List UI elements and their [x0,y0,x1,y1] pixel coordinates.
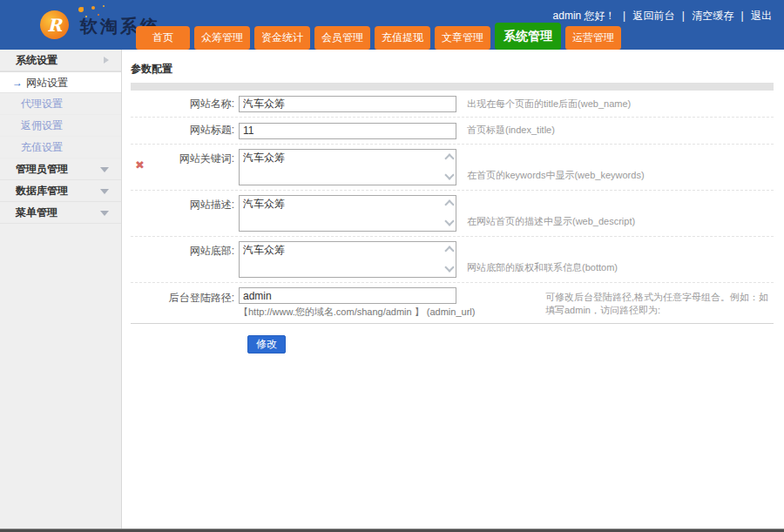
nav-tab-system[interactable]: 系统管理 [495,23,561,50]
nav-tab-members[interactable]: 会员管理 [314,26,370,50]
link-logout[interactable]: 退出 [751,10,772,22]
separator: | [623,10,625,22]
web-descript-textarea[interactable]: 汽车众筹 [239,195,456,232]
submit-row: 修改 [247,335,774,354]
bottom-bar [0,529,784,532]
field-label: 网站描述: [131,195,239,212]
chevron-down-icon [100,189,109,194]
main-nav: 首页 众筹管理 资金统计 会员管理 充值提现 文章管理 系统管理 运营管理 [136,23,621,50]
separator: | [741,10,744,22]
submit-button[interactable]: 修改 [247,335,286,354]
web-name-input[interactable] [239,96,456,112]
red-cross-icon: ✖ [135,158,145,172]
page: R 软淘系统 admin 您好！ | 返回前台 | 清空缓存 | 退出 首页 众… [0,0,784,532]
nav-tab-crowdfunding[interactable]: 众筹管理 [194,26,250,50]
nav-tab-articles[interactable]: 文章管理 [435,26,490,50]
sidebar-item-recharge-settings[interactable]: 充值设置 [0,137,121,158]
link-clear-cache[interactable]: 清空缓存 [692,10,733,22]
sidebar: 系统设置 →网站设置 代理设置 返佣设置 充值设置 管理员管理 数据库管理 菜单… [0,50,122,529]
field-hint: 网站底部的版权和联系信息(bottom) [467,261,618,278]
form-row-web-descript: 网站描述: 汽车众筹 在网站首页的描述中显示(web_descript) [131,191,774,237]
header: R 软淘系统 admin 您好！ | 返回前台 | 清空缓存 | 退出 首页 众… [0,0,784,50]
chevron-right-icon [104,57,109,64]
sidebar-group-system-settings[interactable]: 系统设置 [0,50,121,71]
page-title: 参数配置 [131,62,784,77]
nav-tab-recharge-withdraw[interactable]: 充值提现 [375,26,430,50]
nav-tab-funds-stats[interactable]: 资金统计 [254,26,310,50]
form-row-web-name: 网站名称: 出现在每个页面的title后面(web_name) [131,91,774,118]
user-greeting: admin 您好！ [553,10,616,22]
scroll-down-icon[interactable] [444,218,453,226]
config-form: 网站名称: 出现在每个页面的title后面(web_name) 网站标题: 首页… [131,91,774,354]
sidebar-group-admin-management[interactable]: 管理员管理 [0,158,121,180]
link-back-to-frontend[interactable]: 返回前台 [632,10,674,22]
form-row-admin-url: 后台登陆路径: 【http://www.您的域名.com/shang/admin… [131,283,774,325]
section-header-bar [131,83,774,91]
scroll-up-icon[interactable] [444,199,453,207]
admin-url-example: 【http://www.您的域名.com/shang/admin 】 (admi… [239,306,535,319]
logo-dots-decoration [78,7,84,12]
arrow-right-icon: → [12,77,23,89]
field-hint: 在网站首页的描述中显示(web_descript) [467,215,635,232]
sidebar-item-rebate-settings[interactable]: 返佣设置 [0,115,121,137]
chevron-down-icon [100,211,109,216]
index-title-input[interactable] [239,123,456,139]
sidebar-item-website-settings[interactable]: →网站设置 [0,71,121,93]
field-hint: 出现在每个页面的title后面(web_name) [467,98,631,111]
web-keywords-textarea[interactable]: 汽车众筹 [239,149,456,185]
sidebar-group-menu-management[interactable]: 菜单管理 [0,202,121,224]
form-row-index-title: 网站标题: 首页标题(index_title) [131,118,774,145]
scroll-down-icon[interactable] [444,172,453,180]
field-label: 网站关键词: [131,149,239,166]
admin-url-input[interactable] [239,287,456,304]
field-hint: 首页标题(index_title) [467,124,555,137]
main-panel: 参数配置 网站名称: 出现在每个页面的title后面(web_name) 网站标… [122,50,784,529]
scroll-up-icon[interactable] [444,152,453,161]
scroll-down-icon[interactable] [444,264,453,273]
logo-icon: R [40,10,69,39]
scroll-up-icon[interactable] [444,245,453,253]
sidebar-item-agent-settings[interactable]: 代理设置 [0,93,121,115]
nav-tab-home[interactable]: 首页 [136,26,190,50]
field-hint: 可修改后台登陆路径,格式为任意字母组合。例如：如填写admin，访问路径即为: [545,287,774,317]
sidebar-group-database-management[interactable]: 数据库管理 [0,180,121,202]
field-label: 后台登陆路径: [131,287,239,306]
content: 系统设置 →网站设置 代理设置 返佣设置 充值设置 管理员管理 数据库管理 菜单… [0,50,784,529]
chevron-down-icon [100,167,109,172]
form-row-web-keywords: ✖ 网站关键词: 汽车众筹 在首页的keywords中显示(web_keywor… [131,145,774,191]
field-label: 网站底部: [131,241,239,259]
user-bar: admin 您好！ | 返回前台 | 清空缓存 | 退出 [553,9,772,24]
field-hint: 在首页的keywords中显示(web_keywords) [467,169,645,185]
separator: | [682,10,685,22]
field-label: 网站标题: [131,123,239,138]
field-label: 网站名称: [131,97,239,111]
bottom-textarea[interactable]: 汽车众筹 [239,241,456,278]
nav-tab-operations[interactable]: 运营管理 [565,26,621,50]
form-row-bottom: 网站底部: 汽车众筹 网站底部的版权和联系信息(bottom) [131,237,774,283]
